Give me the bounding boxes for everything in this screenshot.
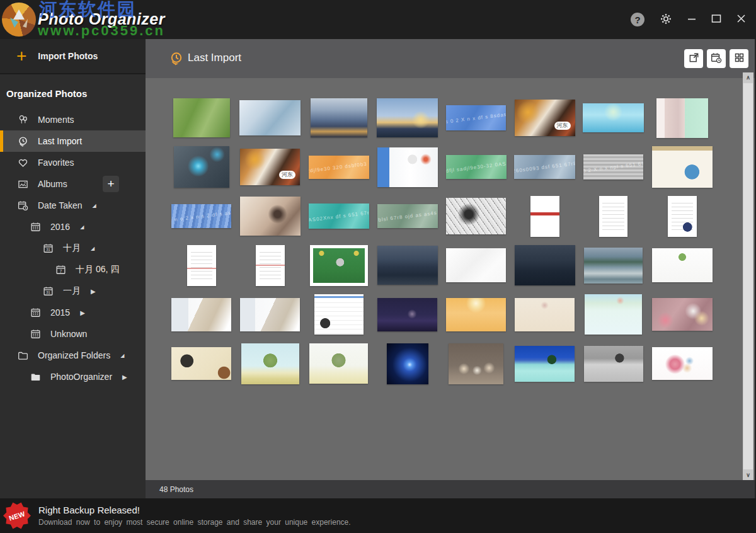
photo-gray-stripes-watermark[interactable]: yg0 2 X n x npl s 651 67r8 — [583, 154, 643, 180]
sidebar-item-last-import[interactable]: Last Import — [0, 130, 146, 152]
sidebar-item-item-6[interactable]: 31十月◢ — [0, 238, 146, 259]
photo-bluegray-watermark[interactable]: 260s0093 dsf 651 67r8 — [514, 155, 575, 179]
photo-watermark-text: blsl 67r8 ojd as as4s — [377, 204, 438, 228]
photo-flower-tree-light[interactable] — [309, 343, 368, 384]
photo-flower-tree-blue[interactable] — [241, 343, 299, 384]
photo-lake-dock-1[interactable] — [377, 246, 438, 285]
collapse-arrow-icon[interactable]: ◢ — [80, 224, 84, 230]
sidebar-item-photoorganizer[interactable]: PhotoOrganizer▶ — [0, 366, 146, 387]
photo-tropical-beach[interactable] — [515, 346, 575, 382]
photo-baby-welcome-card[interactable] — [656, 98, 708, 138]
photo-cell — [579, 339, 648, 388]
banner-text: Right Backup Released! Download now to e… — [38, 505, 351, 527]
photo-blue-watermark[interactable]: s 0 2 X n x df s 8sdas — [446, 105, 506, 130]
photo-raspberry-pi-board[interactable] — [310, 245, 368, 286]
photo-webpage-qr-form[interactable] — [314, 294, 364, 335]
vertical-scrollbar[interactable]: ∧ ∨ — [743, 72, 753, 480]
collapse-arrow-icon[interactable]: ◢ — [120, 353, 124, 358]
photo-night-cabin[interactable] — [377, 298, 437, 331]
photo-doc-toc-2[interactable] — [256, 245, 285, 286]
sidebar-section-title: Organized Photos — [0, 74, 146, 109]
sidebar-item-label: 十月 06, 四 — [76, 264, 119, 275]
photo-tree-sunrise[interactable] — [377, 98, 438, 137]
sidebar-item-label: Unknown — [50, 329, 87, 339]
expand-arrow-icon[interactable]: ▶ — [122, 374, 127, 381]
sidebar-item-organized-folders[interactable]: Organized Folders◢ — [0, 345, 146, 366]
photo-cell — [442, 290, 510, 339]
sidebar-item-favorites[interactable]: Favorites — [0, 152, 146, 173]
photo-bw-sketch-portrait[interactable] — [446, 198, 506, 234]
sidebar-item-2015[interactable]: 2015▶ — [0, 302, 146, 323]
photo-misty-mountains[interactable] — [311, 98, 367, 137]
sidebar-item-2016[interactable]: 2016◢ — [0, 216, 146, 238]
calendar-clock-icon — [711, 52, 722, 66]
photo-wheat-field[interactable] — [173, 98, 230, 137]
photo-cell — [579, 192, 648, 241]
photo-doc-screenshot-2[interactable] — [240, 298, 300, 331]
photo-tuneup-app-ui[interactable] — [377, 147, 438, 187]
heart-icon — [16, 158, 29, 168]
photo-cell — [304, 290, 373, 339]
photo-autumn-illustration[interactable] — [446, 298, 506, 331]
photo-doc-screenshot-1[interactable] — [171, 298, 231, 331]
sidebar-item-unknown[interactable]: Unknown — [0, 323, 146, 345]
expand-arrow-icon[interactable]: ▶ — [91, 288, 96, 295]
photo-island-lighthouse[interactable] — [583, 103, 644, 132]
photo-tropical-beach-bw[interactable] — [584, 346, 643, 382]
photo-girl-on-bed[interactable] — [240, 197, 301, 236]
photo-lake-dock-2[interactable] — [515, 245, 575, 285]
photo-ink-painting[interactable] — [171, 347, 231, 380]
photo-cream-flowers[interactable] — [515, 298, 575, 331]
scroll-down-icon[interactable]: ∨ — [743, 470, 753, 480]
help-button[interactable]: ? — [631, 13, 644, 26]
grid-view-button[interactable] — [730, 49, 748, 68]
date-view-button[interactable] — [707, 49, 726, 68]
close-button[interactable] — [736, 14, 746, 25]
scrollbar-thumb[interactable] — [743, 83, 753, 469]
photo-doc-page-device[interactable] — [668, 196, 697, 237]
photo-cell: yg0 2 X n x npl s 651 67r8 — [579, 142, 648, 192]
import-photos-button[interactable]: + Import Photos — [0, 39, 146, 74]
photo-mountain-lake-reflection[interactable] — [584, 248, 643, 284]
sidebar-item-date-taken[interactable]: Date Taken◢ — [0, 195, 146, 216]
photo-cell — [373, 142, 442, 192]
calendar-clock-icon — [16, 200, 29, 211]
photo-cell — [648, 142, 716, 192]
photo-teal-watermark[interactable]: 0AS02Xnx df s 651 67r8 — [309, 203, 369, 229]
photo-doc-toc-1[interactable] — [187, 245, 216, 286]
photo-girl-with-roses[interactable] — [652, 298, 713, 331]
photo-floral-collage[interactable] — [652, 347, 713, 380]
settings-button[interactable] — [660, 13, 672, 27]
promo-banner[interactable]: NEW Right Backup Released! Download now … — [0, 498, 756, 533]
photo-tech-hand[interactable] — [174, 146, 229, 188]
photo-doc-page-1[interactable] — [599, 196, 627, 237]
clock-icon — [169, 51, 184, 69]
photo-puppies[interactable] — [449, 343, 503, 384]
sidebar-item-moments[interactable]: Moments — [0, 109, 146, 130]
photo-watercolor-scene[interactable] — [585, 294, 642, 335]
photo-cell: adfjl sadjl9e30-32 0ASA — [442, 142, 510, 192]
sidebar-item-06[interactable]: 7十月 06, 四 — [0, 259, 146, 280]
photo-frost-macro[interactable] — [239, 100, 301, 135]
photo-orange-watermark[interactable]: s2djl9e30 320 dsbf0b3 dj — [309, 156, 369, 179]
expand-arrow-icon[interactable]: ▶ — [80, 309, 85, 316]
photo-help-window[interactable] — [652, 146, 713, 188]
photo-digital-hand[interactable] — [387, 343, 428, 384]
open-external-button[interactable] — [684, 49, 703, 68]
photo-tree-greeting-card[interactable] — [652, 248, 713, 282]
photo-blue-streaks-watermark[interactable]: y n o 2 x n s 2 df s ast — [171, 204, 231, 228]
photo-hedong-collage-2[interactable]: 河东 — [240, 149, 300, 185]
photo-white-abstract[interactable] — [446, 248, 506, 282]
photo-greengray-watermark[interactable]: blsl 67r8 ojd as as4s — [377, 204, 438, 228]
sidebar-item-albums[interactable]: Albums+ — [0, 173, 146, 195]
add-album-button[interactable]: + — [103, 176, 119, 192]
photo-hedong-collage-1[interactable]: 河东 — [515, 100, 575, 136]
collapse-arrow-icon[interactable]: ◢ — [91, 246, 94, 251]
sidebar-item-item-8[interactable]: 31一月▶ — [0, 280, 146, 302]
minimize-button[interactable] — [687, 14, 696, 25]
maximize-button[interactable] — [711, 14, 721, 25]
photo-green-watermark[interactable]: adfjl sadjl9e30-32 0ASA — [446, 155, 507, 179]
photo-doc-red-header[interactable] — [530, 196, 559, 237]
scroll-up-icon[interactable]: ∧ — [743, 72, 753, 83]
collapse-arrow-icon[interactable]: ◢ — [93, 203, 96, 209]
